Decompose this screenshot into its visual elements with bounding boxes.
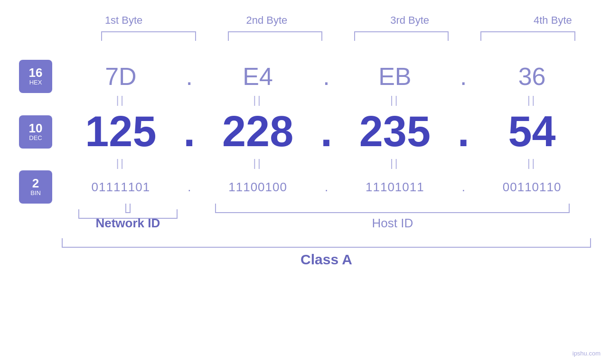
byte-header-2: 2nd Byte	[195, 14, 338, 27]
dec-val-4: 54	[473, 107, 591, 156]
hex-dot-icon-2: .	[323, 62, 329, 91]
dec-val-3: 235	[336, 107, 454, 156]
top-bracket-2	[228, 31, 323, 41]
bin-dot-1: .	[180, 180, 199, 195]
eq-symbol-1: ||	[116, 94, 125, 106]
dec-values: 125 . 228 . 235 . 54	[62, 107, 591, 156]
dec-val-2: 228	[199, 107, 317, 156]
bin-dot-2: .	[317, 180, 336, 195]
top-bracket-cell-3	[338, 31, 465, 41]
equals-row-1: || || || ||	[62, 94, 591, 106]
eq2-symbol-2: ||	[253, 157, 262, 169]
hex-row: 16 HEX 7D . E4 . EB . 36	[19, 60, 591, 93]
dec-dot-2: .	[317, 107, 336, 156]
bin-values: 01111101 . 11100100 . 11101011 . 0011011…	[62, 180, 591, 195]
bin-base-num: 2	[32, 177, 39, 189]
dec-dot-3: .	[454, 107, 473, 156]
hex-dot-icon-1: .	[186, 62, 193, 91]
hex-val-1: 7D	[62, 62, 180, 91]
dec-dot-icon-3: .	[458, 107, 469, 156]
eq-cell-3: ||	[336, 94, 454, 106]
dec-dot-1: .	[180, 107, 199, 156]
hex-value-4: 36	[518, 62, 546, 91]
byte-headers: 1st Byte 2nd Byte 3rd Byte 4th Byte	[52, 14, 610, 27]
bin-val-4: 00110110	[473, 180, 591, 195]
top-bracket-cell-2	[212, 31, 338, 41]
hex-val-3: EB	[336, 62, 454, 91]
dec-base-label: DEC	[29, 134, 42, 142]
host-id-label-cell: Host ID	[194, 216, 591, 231]
dec-value-1: 125	[85, 107, 156, 156]
eq-cell-1: ||	[62, 94, 180, 106]
host-id-label: Host ID	[372, 216, 413, 230]
byte-header-3: 3rd Byte	[338, 14, 481, 27]
dec-base-num: 10	[29, 122, 43, 134]
hex-dot-1: .	[180, 62, 199, 91]
watermark: ipshu.com	[572, 350, 601, 357]
eq-symbol-4: ||	[527, 94, 536, 106]
hex-base-label: HEX	[29, 79, 42, 86]
top-brackets	[85, 31, 591, 41]
top-bracket-cell-4	[465, 31, 591, 41]
hex-dot-2: .	[317, 62, 336, 91]
hex-val-4: 36	[473, 62, 591, 91]
byte-header-1: 1st Byte	[52, 14, 195, 27]
bin-value-4: 00110110	[503, 180, 562, 195]
host-bracket-wrapper	[194, 204, 591, 213]
hex-value-3: EB	[378, 62, 411, 91]
eq2-cell-1: ||	[62, 157, 180, 169]
network-bracket-line	[125, 204, 131, 213]
eq2-cell-2: ||	[199, 157, 317, 169]
bin-badge: 2 BIN	[19, 170, 52, 204]
class-label: Class A	[300, 252, 352, 267]
dec-badge: 10 DEC	[19, 115, 52, 149]
bin-base-label: BIN	[30, 189, 41, 197]
hex-value-2: E4	[243, 62, 273, 91]
dec-value-4: 54	[508, 107, 556, 156]
bin-dot-icon-2: .	[325, 180, 328, 195]
hex-value-1: 7D	[105, 62, 136, 91]
equals-row-2: || || || ||	[62, 157, 591, 169]
top-bracket-3	[354, 31, 449, 41]
top-bracket-cell-1	[85, 31, 212, 41]
bin-value-3: 11101011	[366, 180, 424, 195]
dec-dot-icon-2: .	[320, 107, 332, 156]
network-bracket-wrapper	[62, 204, 194, 213]
dec-row: 10 DEC 125 . 228 . 235 . 54	[19, 107, 591, 156]
main-container: 1st Byte 2nd Byte 3rd Byte 4th Byte 16 H…	[0, 0, 610, 364]
dec-value-2: 228	[222, 107, 293, 156]
eq-symbol-3: ||	[390, 94, 399, 106]
dec-val-1: 125	[62, 107, 180, 156]
bin-value-1: 01111101	[92, 180, 150, 195]
top-bracket-4	[480, 31, 575, 41]
bin-value-2: 11100100	[228, 180, 287, 195]
eq2-symbol-4: ||	[527, 157, 536, 169]
hex-base-num: 16	[29, 66, 43, 79]
byte-header-4: 4th Byte	[481, 14, 610, 27]
bracket-lines	[62, 204, 591, 213]
hex-values: 7D . E4 . EB . 36	[62, 62, 591, 91]
eq2-cell-3: ||	[336, 157, 454, 169]
bin-val-3: 11101011	[336, 180, 454, 195]
bin-dot-icon-3: .	[462, 180, 465, 195]
bin-dot-icon-1: .	[188, 180, 191, 195]
class-bracket	[62, 238, 591, 248]
host-bracket-line	[215, 204, 570, 213]
hex-badge: 16 HEX	[19, 60, 52, 93]
eq-cell-4: ||	[473, 94, 591, 106]
bin-dot-3: .	[454, 180, 473, 195]
eq-symbol-2: ||	[253, 94, 262, 106]
top-bracket-1	[101, 31, 196, 41]
eq2-cell-4: ||	[473, 157, 591, 169]
hex-val-2: E4	[199, 62, 317, 91]
network-id-label-cell: Network ID	[62, 216, 194, 231]
eq2-symbol-3: ||	[390, 157, 399, 169]
hex-dot-icon-3: .	[460, 62, 467, 91]
eq-cell-2: ||	[199, 94, 317, 106]
class-label-cell: Class A	[62, 252, 591, 268]
bin-val-1: 01111101	[62, 180, 180, 195]
dec-value-3: 235	[359, 107, 431, 156]
dec-dot-icon-1: .	[183, 107, 195, 156]
bin-row: 2 BIN 01111101 . 11100100 . 11101011 .	[19, 170, 591, 204]
hex-dot-3: .	[454, 62, 473, 91]
